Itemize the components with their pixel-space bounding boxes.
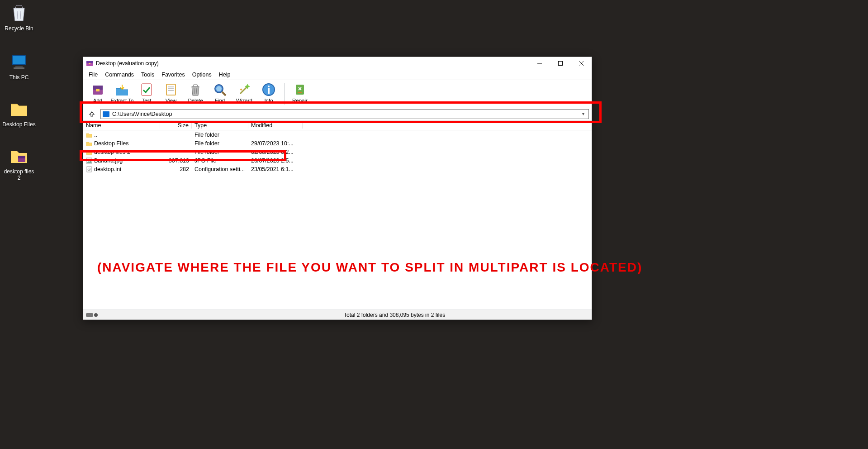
desktop-icon-label: desktop files 2 — [2, 168, 36, 181]
svg-rect-12 — [559, 62, 563, 66]
drive-icon — [103, 111, 109, 117]
toolbar-delete-button[interactable]: Delete — [184, 81, 207, 106]
menu-file[interactable]: File — [85, 71, 101, 79]
desktop-icon-label: Recycle Bin — [2, 25, 36, 32]
list-item[interactable]: desktop files 2File folder02/08/2023 6:2… — [83, 148, 592, 156]
annotation-text: (NAVIGATE WHERE THE FILE YOU WANT TO SPL… — [97, 260, 642, 275]
desktop-icon-desktop-files-2[interactable]: desktop files 2 — [2, 145, 36, 181]
menu-options[interactable]: Options — [189, 71, 215, 79]
status-left — [83, 312, 341, 318]
toolbar-label: Repair — [292, 98, 308, 103]
address-path: C:\Users\Vince\Desktop — [112, 111, 579, 117]
list-item[interactable]: Desktop FIlesFile folder29/07/2023 10:..… — [83, 139, 592, 148]
svg-rect-33 — [298, 92, 302, 93]
column-header-size[interactable]: Size — [160, 122, 192, 129]
toolbar-label: Wizard — [236, 98, 252, 103]
desktop-icon-recycle-bin[interactable]: Recycle Bin — [2, 2, 36, 32]
list-item[interactable]: ..File folder — [83, 130, 592, 139]
toolbar-test-button[interactable]: Test — [135, 81, 158, 106]
toolbar-extract-to-button[interactable]: Extract To — [110, 81, 134, 106]
svg-point-40 — [94, 313, 98, 317]
extract-to-icon — [114, 82, 130, 97]
svg-rect-17 — [96, 89, 100, 91]
toolbar-label: Delete — [188, 98, 203, 103]
list-item[interactable]: Banana.jpg307,813JPG File26/07/2023 2:5.… — [83, 156, 592, 165]
file-type: File folder — [192, 140, 248, 147]
svg-point-38 — [89, 169, 90, 170]
addressbar-row: C:\Users\Vince\Desktop ▾ — [83, 107, 592, 120]
address-combobox[interactable]: C:\Users\Vince\Desktop ▾ — [100, 109, 589, 119]
wizard-icon — [237, 82, 252, 97]
ini-icon — [86, 166, 92, 172]
toolbar: AddExtract ToTestViewDeleteFindWizardInf… — [83, 80, 592, 107]
info-icon — [261, 82, 276, 97]
toolbar-add-button[interactable]: Add — [86, 81, 109, 106]
file-name: desktop.ini — [94, 166, 121, 172]
toolbar-label: Extract To — [111, 98, 134, 103]
svg-point-27 — [216, 86, 222, 91]
toolbar-wizard-button[interactable]: Wizard — [232, 81, 256, 106]
file-type: Configuration setti... — [192, 166, 248, 172]
close-button[interactable] — [571, 57, 592, 70]
pc-icon — [8, 51, 30, 72]
toolbar-repair-button[interactable]: Repair — [288, 81, 312, 106]
titlebar[interactable]: Desktop (evaluation copy) — [83, 57, 592, 70]
image-icon — [86, 158, 92, 164]
up-button[interactable] — [86, 109, 98, 119]
file-modified: 26/07/2023 2:5... — [248, 158, 303, 164]
desktop-icon-label: This PC — [2, 74, 36, 81]
menu-help[interactable]: Help — [215, 71, 234, 79]
file-name: Desktop FIles — [94, 140, 128, 147]
find-icon — [212, 82, 228, 97]
file-type: JPG File — [192, 158, 248, 164]
desktop-icon-this-pc[interactable]: This PC — [2, 51, 36, 81]
toolbar-view-button[interactable]: View — [159, 81, 183, 106]
file-name: desktop files 2 — [94, 149, 130, 155]
toolbar-label: Test — [142, 98, 151, 103]
status-drive-icon — [86, 312, 99, 318]
svg-rect-7 — [18, 156, 25, 158]
toolbar-separator — [284, 83, 285, 105]
desktop-icon-label: Desktop FIles — [2, 121, 36, 128]
folder-icon — [86, 149, 92, 155]
minimize-button[interactable] — [529, 57, 550, 70]
maximize-button[interactable] — [550, 57, 571, 70]
statusbar: Total 2 folders and 308,095 bytes in 2 f… — [83, 310, 592, 320]
svg-point-30 — [268, 86, 270, 87]
test-icon — [139, 82, 154, 97]
delete-icon — [188, 82, 203, 97]
svg-rect-5 — [14, 67, 24, 69]
winrar-icon — [86, 60, 93, 67]
menu-tools[interactable]: Tools — [138, 71, 158, 79]
svg-rect-39 — [86, 313, 93, 317]
recycle-icon — [8, 2, 30, 24]
column-header-name[interactable]: Name — [83, 122, 160, 129]
toolbar-info-button[interactable]: Info — [257, 81, 280, 106]
toolbar-label: View — [166, 98, 177, 103]
chevron-down-icon[interactable]: ▾ — [579, 111, 587, 116]
file-name: .. — [94, 132, 97, 138]
file-modified: 29/07/2023 10:... — [248, 140, 303, 147]
svg-rect-20 — [167, 85, 175, 95]
svg-rect-18 — [142, 84, 152, 96]
folder-icon — [86, 132, 92, 138]
menu-favorites[interactable]: Favorites — [158, 71, 188, 79]
status-text: Total 2 folders and 308,095 bytes in 2 f… — [341, 312, 592, 318]
desktop-icon-desktop-files[interactable]: Desktop FIles — [2, 98, 36, 128]
list-item[interactable]: desktop.ini282Configuration setti...23/0… — [83, 165, 592, 173]
toolbar-label: Info — [264, 98, 273, 103]
add-icon — [90, 82, 105, 97]
menubar[interactable]: FileCommandsToolsFavoritesOptionsHelp — [83, 70, 592, 80]
menu-commands[interactable]: Commands — [101, 71, 138, 79]
toolbar-find-button[interactable]: Find — [208, 81, 232, 106]
svg-rect-31 — [268, 88, 270, 94]
column-header-type[interactable]: Type — [192, 122, 248, 129]
file-modified: 02/08/2023 6:2... — [248, 149, 303, 155]
file-list[interactable]: ..File folderDesktop FIlesFile folder29/… — [83, 130, 592, 310]
file-name: Banana.jpg — [94, 158, 123, 164]
column-headers[interactable]: NameSizeTypeModified — [83, 120, 592, 130]
column-header-modified[interactable]: Modified — [248, 122, 303, 129]
window-title: Desktop (evaluation copy) — [96, 60, 529, 67]
winrar-window[interactable]: Desktop (evaluation copy) FileCommandsTo… — [83, 57, 592, 320]
view-icon — [163, 82, 179, 97]
